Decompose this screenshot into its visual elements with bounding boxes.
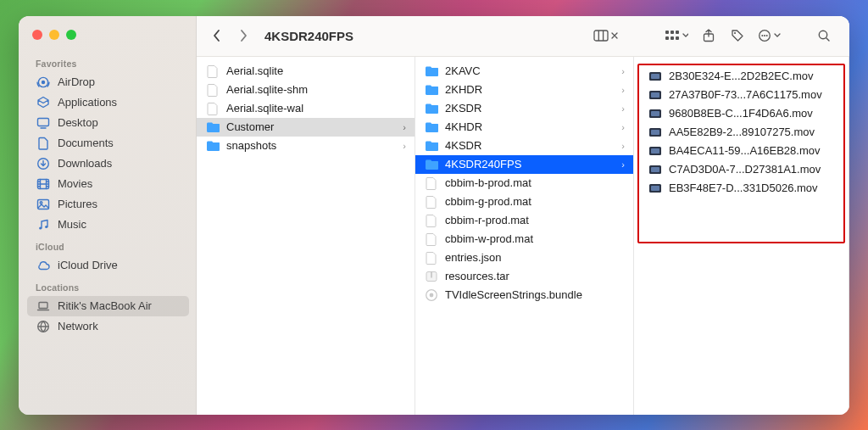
svg-point-30 <box>764 35 765 36</box>
list-item[interactable]: 2B30E324-E...2D2B2EC.mov <box>639 67 843 86</box>
item-name: Aerial.sqlite-shm <box>226 83 406 96</box>
item-name: cbbim-r-prod.mat <box>445 214 625 226</box>
item-name: 4KSDR <box>445 139 615 152</box>
list-item[interactable]: cbbim-r-prod.mat <box>415 211 633 230</box>
list-item[interactable]: cbbim-b-prod.mat <box>415 174 633 193</box>
list-item[interactable]: 27A37B0F-73...7A6C1175.mov <box>639 86 843 104</box>
item-name: AA5E82B9-2...89107275.mov <box>669 126 835 138</box>
list-item[interactable]: TVIdleScreenStrings.bundle <box>415 286 633 304</box>
sidebar: FavoritesAirDropApplicationsDesktopDocum… <box>19 16 197 415</box>
sidebar-item-pictures[interactable]: Pictures <box>27 194 189 215</box>
view-mode-button[interactable] <box>590 25 622 47</box>
svg-rect-15 <box>39 302 47 308</box>
zoom-window-button[interactable] <box>66 30 76 40</box>
svg-point-27 <box>734 32 736 34</box>
airdrop-icon <box>36 75 51 89</box>
sidebar-item-applications[interactable]: Applications <box>27 92 189 113</box>
svg-point-31 <box>766 35 768 36</box>
sidebar-item-label: Movies <box>58 177 92 190</box>
music-icon <box>36 218 51 232</box>
list-item[interactable]: AA5E82B9-2...89107275.mov <box>639 123 843 142</box>
sidebar-item-label: Downloads <box>58 157 112 170</box>
item-name: 2KSDR <box>445 102 615 114</box>
sidebar-item-downloads[interactable]: Downloads <box>27 154 189 174</box>
sidebar-item-airdrop[interactable]: AirDrop <box>27 72 189 92</box>
item-name: 2B30E324-E...2D2B2EC.mov <box>669 70 835 82</box>
sidebar-item-label: Network <box>58 320 98 332</box>
svg-rect-21 <box>670 31 674 34</box>
forward-button[interactable] <box>232 25 254 47</box>
folder-icon <box>424 102 439 115</box>
video-icon <box>648 163 663 176</box>
list-item[interactable]: 4KSDR240FPS› <box>415 155 633 174</box>
folder-icon <box>424 158 439 171</box>
svg-rect-8 <box>38 118 49 126</box>
sidebar-item-label: Applications <box>58 96 117 109</box>
list-item[interactable]: 2KAVC› <box>415 62 633 81</box>
sidebar-item-documents[interactable]: Documents <box>27 133 189 154</box>
chevron-right-icon: › <box>621 103 625 114</box>
back-button[interactable] <box>205 25 227 47</box>
list-item[interactable]: cbbim-w-prod.mat <box>415 230 633 249</box>
list-item[interactable]: 4KSDR› <box>415 137 633 155</box>
share-button[interactable] <box>697 25 721 47</box>
main-pane: 4KSDR240FPS <box>197 16 849 415</box>
folder-icon <box>205 139 220 153</box>
video-icon <box>648 181 663 195</box>
sidebar-item-desktop[interactable]: Desktop <box>27 113 189 133</box>
file-icon <box>424 176 439 190</box>
group-button[interactable] <box>661 25 692 47</box>
list-item[interactable]: Aerial.sqlite-wal <box>197 99 415 118</box>
chevron-right-icon: › <box>621 122 625 132</box>
sidebar-item-label: Pictures <box>58 198 97 210</box>
folder-icon <box>424 83 439 97</box>
more-button[interactable] <box>754 25 785 47</box>
item-name: TVIdleScreenStrings.bundle <box>445 288 625 301</box>
archive-icon <box>424 270 439 283</box>
item-name: C7AD3D0A-7...D27381A1.mov <box>669 163 835 176</box>
video-icon <box>648 107 663 120</box>
list-item[interactable]: 4KHDR› <box>415 118 633 137</box>
sidebar-item-ritik-s-macbook-air[interactable]: Ritik's MacBook Air <box>27 296 189 316</box>
list-item[interactable]: Aerial.sqlite <box>197 62 415 81</box>
apps-icon <box>36 96 51 109</box>
list-item[interactable]: BA4ECA11-59...A16EB28.mov <box>639 142 843 160</box>
list-item[interactable]: 9680B8EB-C...1F4D6A6.mov <box>639 104 843 123</box>
item-name: entries.json <box>445 251 625 264</box>
minimize-window-button[interactable] <box>49 30 59 40</box>
list-item[interactable]: Customer› <box>197 118 415 137</box>
video-icon <box>648 70 663 83</box>
sidebar-item-network[interactable]: Network <box>27 316 189 337</box>
list-item[interactable]: entries.json <box>415 249 633 267</box>
sidebar-item-label: Documents <box>58 137 114 149</box>
search-button[interactable] <box>812 25 836 47</box>
folder-icon <box>424 139 439 153</box>
list-item[interactable]: C7AD3D0A-7...D27381A1.mov <box>639 160 843 179</box>
svg-point-13 <box>39 226 42 229</box>
list-item[interactable]: Aerial.sqlite-shm <box>197 81 415 99</box>
column-1: Aerial.sqliteAerial.sqlite-shmAerial.sql… <box>197 57 415 415</box>
list-item[interactable]: EB3F48E7-D...331D5026.mov <box>639 179 843 198</box>
item-name: EB3F48E7-D...331D5026.mov <box>669 181 835 194</box>
sidebar-item-label: Ritik's MacBook Air <box>58 299 152 312</box>
tags-button[interactable] <box>726 25 749 47</box>
item-name: BA4ECA11-59...A16EB28.mov <box>669 144 835 157</box>
video-icon <box>648 144 663 158</box>
sidebar-item-icloud-drive[interactable]: iCloud Drive <box>27 255 189 276</box>
sidebar-item-music[interactable]: Music <box>27 215 189 235</box>
sidebar-section-label: Locations <box>27 276 189 296</box>
column-2: 2KAVC›2KHDR›2KSDR›4KHDR›4KSDR›4KSDR240FP… <box>415 57 634 415</box>
list-item[interactable]: cbbim-g-prod.mat <box>415 193 633 211</box>
item-name: cbbim-g-prod.mat <box>445 195 625 208</box>
svg-rect-22 <box>676 31 679 34</box>
video-icon <box>648 126 663 139</box>
close-window-button[interactable] <box>32 30 42 40</box>
list-item[interactable]: resources.tar <box>415 267 633 286</box>
laptop-icon <box>36 299 51 313</box>
item-name: 2KHDR <box>445 83 615 96</box>
list-item[interactable]: 2KHDR› <box>415 81 633 99</box>
sidebar-item-movies[interactable]: Movies <box>27 174 189 194</box>
folder-icon <box>424 120 439 134</box>
list-item[interactable]: 2KSDR› <box>415 99 633 118</box>
list-item[interactable]: snapshots› <box>197 137 415 155</box>
